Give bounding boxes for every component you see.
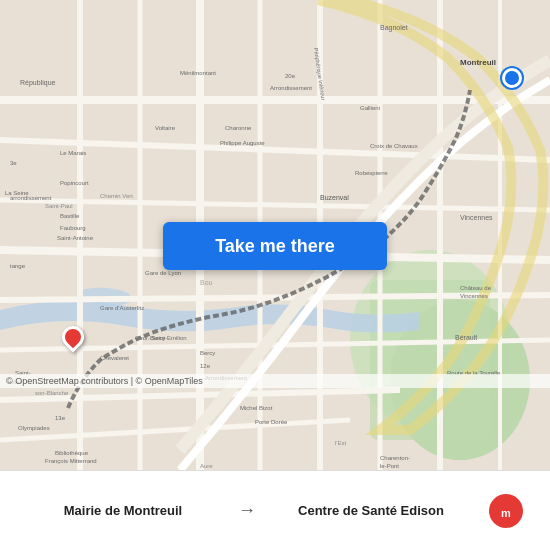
moovit-logo: m	[478, 493, 534, 529]
svg-text:Croix de Chavaux: Croix de Chavaux	[370, 143, 418, 149]
destination-pin	[502, 68, 522, 88]
svg-text:Bibliothèque: Bibliothèque	[55, 450, 89, 456]
route-from-label: Mairie de Montreuil	[16, 503, 230, 518]
svg-text:12e: 12e	[200, 363, 211, 369]
svg-text:Gare de Lyon: Gare de Lyon	[145, 270, 181, 276]
svg-text:Gallieni: Gallieni	[360, 105, 380, 111]
svg-text:Bercy: Bercy	[200, 350, 215, 356]
svg-text:son-Blanche: son-Blanche	[35, 390, 69, 396]
svg-text:l'Est: l'Est	[335, 440, 346, 446]
svg-text:Olympiades: Olympiades	[18, 425, 50, 431]
svg-text:Ménilmontant: Ménilmontant	[180, 70, 216, 76]
svg-text:Chevaleret: Chevaleret	[100, 355, 129, 361]
svg-text:Buzenval: Buzenval	[320, 194, 349, 201]
svg-text:Charonne: Charonne	[225, 125, 252, 131]
svg-text:La Seine: La Seine	[5, 190, 29, 196]
svg-text:Bastille: Bastille	[60, 213, 80, 219]
copyright-text: © OpenStreetMap contributors | © OpenMap…	[0, 374, 550, 388]
svg-text:République: République	[20, 79, 56, 87]
svg-text:Popincourt: Popincourt	[60, 180, 89, 186]
svg-text:Vincennes: Vincennes	[460, 214, 493, 221]
svg-text:Philippe Auguste: Philippe Auguste	[220, 140, 265, 146]
svg-text:Château de: Château de	[460, 285, 492, 291]
svg-text:le-Pont: le-Pont	[380, 463, 399, 469]
svg-text:Michel Bizot: Michel Bizot	[240, 405, 273, 411]
svg-text:Vincennes: Vincennes	[460, 293, 488, 299]
route-arrow-icon: →	[238, 500, 256, 521]
svg-text:Aure: Aure	[200, 463, 213, 469]
svg-text:20e: 20e	[285, 73, 296, 79]
svg-text:Saint-Antoine: Saint-Antoine	[57, 235, 94, 241]
svg-text:Porte Dorée: Porte Dorée	[255, 419, 288, 425]
svg-text:13e: 13e	[55, 415, 66, 421]
svg-text:Gare d'Austerlitz: Gare d'Austerlitz	[100, 305, 144, 311]
svg-text:Bou: Bou	[200, 279, 213, 286]
svg-text:Chemin Vert: Chemin Vert	[100, 193, 133, 199]
svg-text:Arrondissement: Arrondissement	[270, 85, 312, 91]
svg-text:Charenton-: Charenton-	[380, 455, 410, 461]
svg-text:tange: tange	[10, 263, 26, 269]
svg-text:Saint-Paul: Saint-Paul	[45, 203, 73, 209]
svg-text:Voltaire: Voltaire	[155, 125, 176, 131]
svg-text:Montreuil: Montreuil	[460, 58, 496, 67]
svg-text:François Mitterrand: François Mitterrand	[45, 458, 97, 464]
route-to-label: Centre de Santé Edison	[264, 503, 478, 518]
svg-text:Bérault: Bérault	[455, 334, 477, 341]
svg-text:Bagnolet: Bagnolet	[380, 24, 408, 32]
svg-text:Cour.-Saint-Emilion: Cour.-Saint-Emilion	[135, 335, 187, 341]
svg-text:m: m	[501, 507, 511, 519]
svg-text:3e: 3e	[10, 160, 17, 166]
bottom-bar: Mairie de Montreuil → Centre de Santé Ed…	[0, 470, 550, 550]
svg-text:Le Marais: Le Marais	[60, 150, 86, 156]
svg-text:Faubourg: Faubourg	[60, 225, 86, 231]
svg-text:Robespierre: Robespierre	[355, 170, 388, 176]
origin-pin	[62, 326, 84, 352]
map-container: République Bagnolet Montreuil Vincennes …	[0, 0, 550, 470]
take-me-there-button[interactable]: Take me there	[163, 222, 387, 270]
